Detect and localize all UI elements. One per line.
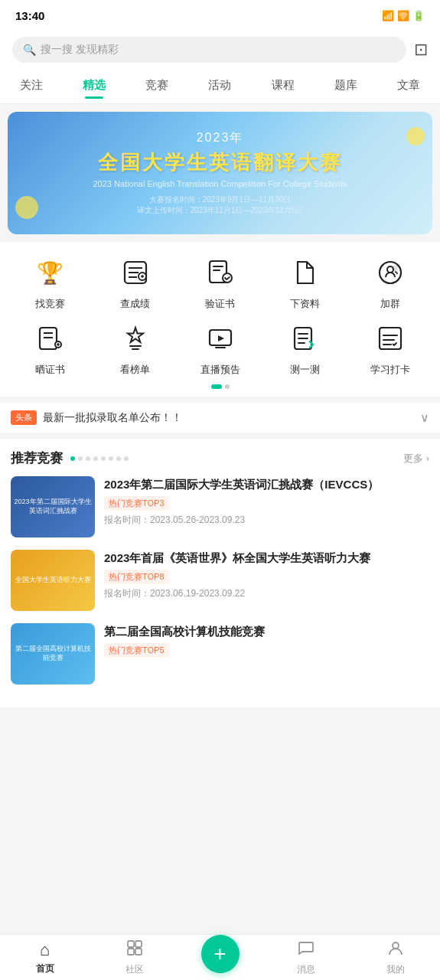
svg-rect-23 bbox=[135, 949, 142, 955]
bottom-nav-community[interactable]: 社区 bbox=[112, 939, 158, 976]
search-icon: 🔍 bbox=[23, 44, 36, 56]
comp-tag-3: 热门竞赛TOP5 bbox=[104, 643, 169, 658]
page-dot-1[interactable] bbox=[211, 384, 222, 389]
quick-item-test[interactable]: 测一测 bbox=[271, 318, 340, 377]
comp-thumb-3: 第二届全国高校计算机技能竞赛 bbox=[11, 623, 95, 684]
comp-thumb-1: 2023年第二届国际大学生英语词汇挑战赛 bbox=[11, 476, 95, 537]
competition-item-3[interactable]: 第二届全国高校计算机技能竞赛 第二届全国高校计算机技能竞赛 热门竞赛TOP5 bbox=[11, 623, 429, 684]
quick-item-study-checkin[interactable]: 学习打卡 bbox=[356, 318, 425, 377]
plus-icon: + bbox=[213, 942, 226, 966]
study-checkin-icon bbox=[370, 318, 410, 358]
home-label: 首页 bbox=[36, 962, 54, 975]
comp-tag-1: 热门竞赛TOP3 bbox=[104, 496, 169, 511]
mine-icon bbox=[387, 939, 404, 961]
test-label: 测一测 bbox=[290, 363, 320, 377]
comp-name-2: 2023年首届《英语世界》杯全国大学生英语听力大赛 bbox=[104, 550, 429, 566]
tab-course[interactable]: 课程 bbox=[266, 75, 301, 96]
ranking-icon bbox=[116, 318, 155, 358]
competition-item-2[interactable]: 全国大学生英语听力大赛 2023年首届《英语世界》杯全国大学生英语听力大赛 热门… bbox=[11, 550, 429, 611]
comp-info-1: 2023年第二届国际大学生英语词汇挑战赛（IEVCCS） 热门竞赛TOP3 报名… bbox=[104, 476, 429, 537]
quick-item-verify-cert[interactable]: 验证书 bbox=[186, 253, 255, 311]
quick-menu-row2: 晒证书 看榜单 直播预告 bbox=[8, 318, 432, 377]
comp-info-2: 2023年首届《英语世界》杯全国大学生英语听力大赛 热门竞赛TOP8 报名时间：… bbox=[104, 550, 429, 611]
wifi-icon: 🛜 bbox=[397, 10, 409, 21]
study-checkin-label: 学习打卡 bbox=[370, 363, 410, 377]
bottom-nav: ⌂ 首页 社区 + 消息 我的 bbox=[0, 934, 440, 980]
download-label: 下资料 bbox=[290, 297, 320, 311]
tab-follow[interactable]: 关注 bbox=[14, 75, 49, 96]
bottom-nav-mine[interactable]: 我的 bbox=[373, 939, 419, 976]
banner-title: 全国大学生英语翻译大赛 bbox=[98, 149, 342, 176]
nav-tabs: 关注 精选 竞赛 活动 课程 题库 文章 bbox=[0, 70, 440, 104]
sdot-3[interactable] bbox=[86, 456, 90, 461]
bottom-nav-home[interactable]: ⌂ 首页 bbox=[22, 940, 68, 975]
svg-rect-19 bbox=[380, 328, 401, 349]
competition-item-1[interactable]: 2023年第二届国际大学生英语词汇挑战赛 2023年第二届国际大学生英语词汇挑战… bbox=[11, 476, 429, 537]
sdot-2[interactable] bbox=[78, 456, 83, 461]
banner[interactable]: 2023年 全国大学生英语翻译大赛 2023 National English … bbox=[8, 112, 432, 234]
banner-subtitle: 2023 National English Translation Compet… bbox=[93, 179, 347, 188]
competitions-header: 推荐竞赛 更多 › bbox=[11, 449, 429, 467]
quick-item-download[interactable]: 下资料 bbox=[271, 253, 340, 311]
message-icon bbox=[298, 939, 315, 961]
find-competition-label: 找竞赛 bbox=[35, 297, 65, 311]
announcement-bar[interactable]: 头条 最新一批拟录取名单公布！！ ∨ bbox=[0, 403, 440, 433]
sdot-6[interactable] bbox=[109, 456, 113, 461]
live-preview-label: 直播预告 bbox=[200, 363, 240, 377]
sdot-1[interactable] bbox=[70, 456, 75, 461]
quick-item-live-preview[interactable]: 直播预告 bbox=[186, 318, 255, 377]
bottom-nav-plus[interactable]: + bbox=[201, 935, 240, 973]
tab-activity[interactable]: 活动 bbox=[202, 75, 237, 96]
search-input-wrap[interactable]: 🔍 搜一搜 发现精彩 bbox=[12, 37, 406, 63]
scan-icon[interactable]: ⊡ bbox=[414, 40, 428, 60]
sdot-8[interactable] bbox=[124, 456, 129, 461]
sdot-5[interactable] bbox=[101, 456, 106, 461]
tab-featured[interactable]: 精选 bbox=[77, 75, 112, 96]
comp-thumb-text-1: 2023年第二届国际大学生英语词汇挑战赛 bbox=[14, 498, 92, 515]
section-dots bbox=[70, 456, 129, 461]
search-placeholder: 搜一搜 发现精彩 bbox=[41, 43, 119, 57]
competitions-more-link[interactable]: 更多 › bbox=[403, 452, 429, 466]
search-bar: 🔍 搜一搜 发现精彩 ⊡ bbox=[0, 31, 440, 70]
announcement-arrow-icon: ∨ bbox=[420, 410, 429, 425]
banner-info-line1: 大赛报名时间：2023年9月1日—11月30日 bbox=[137, 194, 304, 205]
status-bar: 13:40 📶 🛜 🔋 bbox=[0, 0, 440, 31]
tab-competition[interactable]: 竞赛 bbox=[139, 75, 174, 96]
svg-rect-20 bbox=[128, 941, 134, 947]
announcement-text: 最新一批拟录取名单公布！！ bbox=[43, 411, 414, 425]
sdot-7[interactable] bbox=[116, 456, 121, 461]
banner-title-part3: 大赛 bbox=[298, 151, 342, 174]
competitions-section-title: 推荐竞赛 bbox=[11, 449, 63, 467]
community-label: 社区 bbox=[125, 963, 144, 976]
banner-deco-star-left bbox=[15, 196, 38, 219]
download-icon bbox=[285, 253, 325, 292]
banner-title-part1: 全国大学生英语 bbox=[98, 151, 253, 174]
banner-info: 大赛报名时间：2023年9月1日—11月30日 译文上传时间：2023年11月1… bbox=[122, 194, 319, 216]
comp-thumb-text-3: 第二届全国高校计算机技能竞赛 bbox=[14, 645, 92, 662]
svg-point-8 bbox=[223, 273, 232, 283]
quick-item-ranking[interactable]: 看榜单 bbox=[101, 318, 170, 377]
quick-item-find-competition[interactable]: 🏆 找竞赛 bbox=[16, 253, 85, 311]
verify-cert-icon bbox=[200, 253, 240, 292]
verify-cert-label: 验证书 bbox=[205, 297, 235, 311]
bottom-nav-message[interactable]: 消息 bbox=[283, 939, 329, 976]
live-preview-icon bbox=[200, 318, 240, 358]
tab-article[interactable]: 文章 bbox=[391, 75, 426, 96]
sdot-4[interactable] bbox=[93, 456, 98, 461]
comp-date-1: 报名时间：2023.05.26-2023.09.23 bbox=[104, 514, 429, 527]
quick-item-check-score[interactable]: 查成绩 bbox=[101, 253, 170, 311]
comp-thumb-text-2: 全国大学生英语听力大赛 bbox=[15, 576, 91, 585]
comp-tag-2: 热门竞赛TOP8 bbox=[104, 570, 169, 584]
banner-deco-star-right bbox=[406, 127, 425, 145]
announcement-badge: 头条 bbox=[11, 410, 37, 425]
quick-item-join-group[interactable]: 加群 bbox=[356, 253, 425, 311]
status-icons: 📶 🛜 🔋 bbox=[382, 10, 425, 21]
join-group-label: 加群 bbox=[380, 297, 400, 311]
page-dot-2[interactable] bbox=[225, 384, 230, 389]
find-competition-icon: 🏆 bbox=[31, 253, 70, 292]
test-icon bbox=[285, 318, 325, 358]
tab-questions[interactable]: 题库 bbox=[328, 75, 363, 96]
battery-icon: 🔋 bbox=[412, 10, 425, 21]
home-icon: ⌂ bbox=[40, 940, 50, 960]
quick-item-share-cert[interactable]: 晒证书 bbox=[16, 318, 85, 377]
